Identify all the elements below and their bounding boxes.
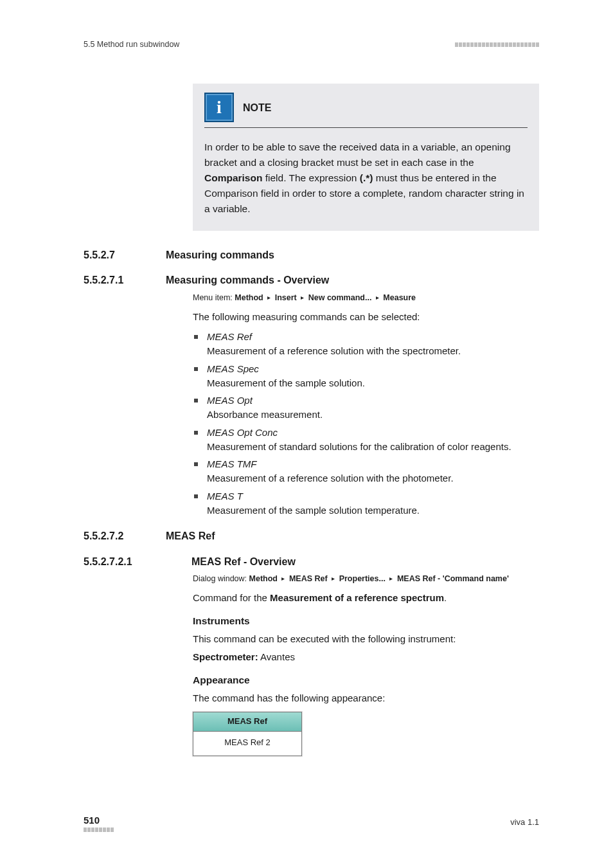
menu-separator-icon <box>265 293 272 302</box>
section-5-5-2-7: 5.5.2.7 Measuring commands <box>84 248 539 262</box>
dialog-path: Dialog window: Method MEAS Ref Propertie… <box>193 573 539 584</box>
menu-separator-icon <box>330 574 337 583</box>
running-header: 5.5 Method run subwindow <box>84 39 539 50</box>
spectrometer-label: Spectrometer: <box>193 651 258 662</box>
command-description: Measurement of a reference solution with… <box>207 471 539 485</box>
spectrometer-line: Spectrometer: Avantes <box>193 650 539 664</box>
list-item: MEAS RefMeasurement of a reference solut… <box>193 330 539 358</box>
summary-pre: Command for the <box>193 592 270 603</box>
appearance-heading: Appearance <box>193 673 539 687</box>
note-header: i NOTE <box>204 90 528 128</box>
command-description: Measurement of standard solutions for th… <box>207 440 539 454</box>
section-title: Measuring commands - Overview <box>166 273 329 287</box>
page-number: 510 <box>84 815 100 826</box>
note-text-mid: field. The expression <box>262 172 359 183</box>
summary-post: . <box>444 592 447 603</box>
section-5-5-2-7-1: 5.5.2.7.1 Measuring commands - Overview <box>84 273 539 287</box>
section-5-5-2-7-2: 5.5.2.7.2 MEAS Ref <box>84 529 539 543</box>
summary-bold: Measurement of a reference spectrum <box>270 592 444 603</box>
menu-path: Menu item: Method Insert New command... … <box>193 292 539 303</box>
intro-text: The following measuring commands can be … <box>193 310 539 324</box>
note-text-bold1: Comparison <box>204 172 262 183</box>
command-block-header: MEAS Ref <box>193 712 301 732</box>
dialog-prefix: Dialog window: <box>193 574 249 583</box>
appearance-text: The command has the following appearance… <box>193 691 539 705</box>
section-5-5-2-7-1-content: Menu item: Method Insert New command... … <box>193 292 539 518</box>
command-summary: Command for the Measurement of a referen… <box>193 591 539 605</box>
instruments-heading: Instruments <box>193 614 539 628</box>
section-5-5-2-7-2-1-content: Dialog window: Method MEAS Ref Propertie… <box>193 573 539 756</box>
menu-item: Insert <box>275 293 297 302</box>
section-5-5-2-7-2-1: 5.5.2.7.2.1 MEAS Ref - Overview <box>84 554 539 569</box>
list-item: MEAS Opt ConcMeasurement of standard sol… <box>193 426 539 454</box>
menu-separator-icon <box>299 293 306 302</box>
footer-ticks <box>84 827 114 832</box>
command-description: Measurement of the sample solution tempe… <box>207 503 539 518</box>
section-title: MEAS Ref - Overview <box>191 554 296 569</box>
section-number: 5.5.2.7 <box>84 248 148 262</box>
command-name: MEAS TMF <box>207 458 257 469</box>
note-title: NOTE <box>243 100 271 115</box>
note-text-bold2: (.*) <box>360 172 373 183</box>
section-title: MEAS Ref <box>166 529 215 543</box>
command-block-preview: MEAS Ref MEAS Ref 2 <box>193 712 302 756</box>
command-list: MEAS RefMeasurement of a reference solut… <box>193 330 539 517</box>
dialog-item: MEAS Ref <box>289 574 328 583</box>
command-description: Absorbance measurement. <box>207 408 539 422</box>
info-icon: i <box>204 93 234 122</box>
footer-right: viva 1.1 <box>510 817 539 829</box>
section-number: 5.5.2.7.1 <box>84 273 148 287</box>
note-body: In order to be able to save the received… <box>204 140 528 217</box>
list-item: MEAS TMeasurement of the sample solution… <box>193 489 539 518</box>
menu-separator-icon <box>387 574 395 583</box>
menu-item: New command... <box>308 293 372 302</box>
menu-item: Method <box>235 293 263 302</box>
section-title: Measuring commands <box>166 248 274 262</box>
list-item: MEAS OptAbsorbance measurement. <box>193 393 539 422</box>
section-number: 5.5.2.7.2.1 <box>84 554 173 569</box>
dialog-item: Method <box>249 574 278 583</box>
command-name: MEAS T <box>207 491 243 502</box>
command-name: MEAS Opt Conc <box>207 427 278 438</box>
spectrometer-value: Avantes <box>258 651 295 662</box>
dialog-item: MEAS Ref - 'Command name' <box>397 574 509 583</box>
instruments-text: This command can be executed with the fo… <box>193 632 539 646</box>
command-name: MEAS Ref <box>207 331 252 342</box>
command-description: Measurement of a reference solution with… <box>207 344 539 358</box>
list-item: MEAS SpecMeasurement of the sample solut… <box>193 362 539 390</box>
menu-prefix: Menu item: <box>193 293 235 302</box>
section-number: 5.5.2.7.2 <box>84 529 148 543</box>
header-ticks <box>454 42 539 47</box>
note-callout: i NOTE In order to be able to save the r… <box>193 84 539 231</box>
menu-separator-icon <box>280 574 287 583</box>
command-description: Measurement of the sample solution. <box>207 376 539 390</box>
command-name: MEAS Spec <box>207 363 259 374</box>
menu-separator-icon <box>374 293 381 302</box>
command-block-body: MEAS Ref 2 <box>193 732 301 755</box>
list-item: MEAS TMFMeasurement of a reference solut… <box>193 457 539 485</box>
footer-left: 510 <box>84 813 114 832</box>
header-left: 5.5 Method run subwindow <box>84 39 179 50</box>
menu-item: Measure <box>383 293 416 302</box>
note-text-pre: In order to be able to save the received… <box>204 141 511 168</box>
page-footer: 510 viva 1.1 <box>84 813 539 832</box>
command-name: MEAS Opt <box>207 395 253 406</box>
dialog-item: Properties... <box>339 574 386 583</box>
